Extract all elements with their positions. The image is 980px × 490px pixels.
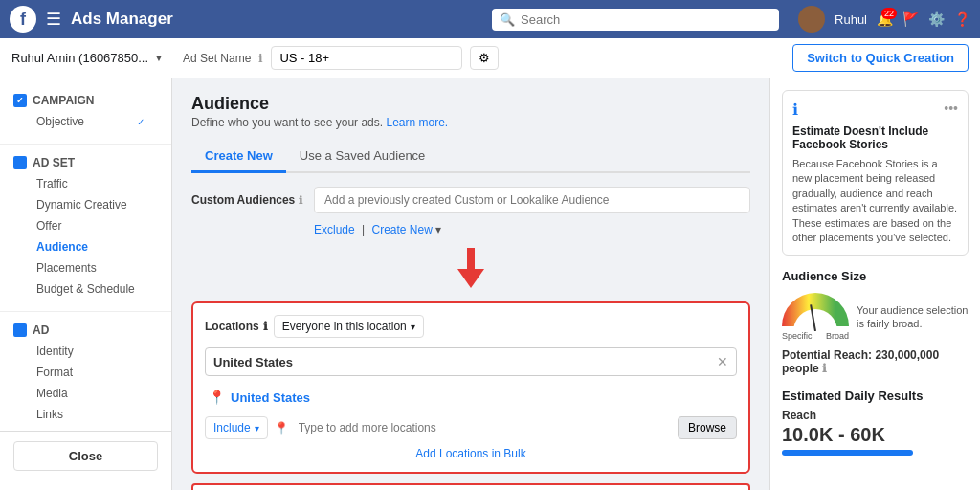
settings-icon[interactable]: ⚙️ xyxy=(928,11,945,27)
sidebar-item-links[interactable]: Links xyxy=(13,404,158,425)
separator: | xyxy=(362,223,365,236)
locations-label: Locations ℹ xyxy=(205,320,268,333)
arrow-shaft xyxy=(467,248,475,269)
gauge xyxy=(782,293,849,331)
tabs: Create New Use a Saved Audience xyxy=(191,141,750,173)
location-name: United States xyxy=(231,390,310,405)
sidebar-item-offer[interactable]: Offer xyxy=(13,215,158,236)
custom-audiences-info-icon: ℹ xyxy=(299,194,302,207)
gauge-broad-label: Broad xyxy=(826,331,849,341)
ad-header: Ad xyxy=(13,323,158,337)
adset-label: Ad Set Name xyxy=(183,52,251,65)
custom-audiences-row: Custom Audiences ℹ xyxy=(191,187,750,213)
potential-reach-info-icon: ℹ xyxy=(822,362,827,375)
search-box: United States ✕ xyxy=(205,347,737,376)
adset-info-icon: ℹ xyxy=(258,52,263,65)
close-search-icon[interactable]: ✕ xyxy=(717,354,728,369)
account-caret: ▼ xyxy=(154,53,164,63)
main-layout: ✓ Campaign Objective ✓ Ad Set Traffic Dy… xyxy=(0,78,980,490)
facebook-logo: f xyxy=(10,6,36,33)
help-icon[interactable]: ❓ xyxy=(954,11,970,27)
account-selector[interactable]: Ruhul Amin (16067850... ▼ xyxy=(11,51,164,65)
audience-header: Audience Define who you want to see your… xyxy=(191,94,750,129)
notifications-icon[interactable]: 🔔 22 xyxy=(877,11,893,27)
avatar xyxy=(798,6,825,33)
gauge-description: Your audience selection is fairly broad. xyxy=(857,303,969,331)
objective-check: ✓ xyxy=(137,117,145,127)
potential-reach: Potential Reach: 230,000,000 people ℹ xyxy=(782,348,969,375)
tab-create-new[interactable]: Create New xyxy=(191,141,286,173)
include-caret: ▾ xyxy=(255,423,259,434)
flag-icon[interactable]: 🚩 xyxy=(902,11,919,27)
gauge-specific-label: Specific xyxy=(782,331,813,341)
audience-title: Audience xyxy=(191,94,750,114)
campaign-section: ✓ Campaign Objective ✓ xyxy=(0,88,171,138)
gauge-container: Specific Broad Your audience selection i… xyxy=(782,293,969,341)
sidebar-item-dynamic[interactable]: Dynamic Creative xyxy=(13,194,158,215)
gauge-labels: Specific Broad xyxy=(782,331,849,341)
learn-more-link[interactable]: Learn more. xyxy=(386,116,448,129)
adset-settings-button[interactable]: ⚙ xyxy=(470,46,499,70)
top-nav: f ☰ Ads Manager 🔍 Ruhul 🔔 22 🚩 ⚙️ ❓ xyxy=(0,0,980,38)
sidebar-item-identity[interactable]: Identity xyxy=(13,341,158,362)
browse-button[interactable]: Browse xyxy=(678,416,737,439)
estimated-section: Estimated Daily Results Reach 10.0K - 60… xyxy=(782,389,969,456)
adset-name-area: Ad Set Name ℹ ⚙ xyxy=(183,46,773,70)
exclude-links: Exclude | Create New ▾ xyxy=(314,223,750,236)
reach-bar xyxy=(782,450,913,456)
info-card-title: Estimate Doesn't Include Facebook Storie… xyxy=(792,124,958,151)
sidebar-footer: Close xyxy=(0,431,171,480)
sidebar: ✓ Campaign Objective ✓ Ad Set Traffic Dy… xyxy=(0,78,172,490)
audience-size-section: Audience Size Specific Broad Your audien… xyxy=(782,269,969,375)
info-card-dots[interactable]: ••• xyxy=(944,100,958,116)
adset-section: Ad Set Traffic Dynamic Creative Offer Au… xyxy=(0,150,171,305)
locations-box: Locations ℹ Everyone in this location ▾ … xyxy=(191,301,750,474)
adset-checkbox xyxy=(13,156,27,169)
audience-size-title: Audience Size xyxy=(782,269,969,283)
account-bar: Ruhul Amin (16067850... ▼ Ad Set Name ℹ … xyxy=(0,38,980,78)
arrow-head xyxy=(457,269,484,288)
sidebar-item-media[interactable]: Media xyxy=(13,383,158,404)
objective-label: Objective xyxy=(36,115,84,128)
user-name[interactable]: Ruhul xyxy=(835,12,867,27)
sidebar-item-budget[interactable]: Budget & Schedule xyxy=(13,278,158,300)
ad-section: Ad Identity Format Media Links xyxy=(0,318,171,431)
main-content: Audience Define who you want to see your… xyxy=(172,78,769,490)
sidebar-item-format[interactable]: Format xyxy=(13,362,158,383)
hamburger-icon[interactable]: ☰ xyxy=(46,9,61,30)
sidebar-item-objective[interactable]: Objective ✓ xyxy=(13,111,158,132)
locations-header: Locations ℹ Everyone in this location ▾ xyxy=(205,315,737,338)
locations-dropdown[interactable]: Everyone in this location ▾ xyxy=(274,315,424,338)
tab-saved-audience[interactable]: Use a Saved Audience xyxy=(286,141,439,173)
custom-audiences-input[interactable] xyxy=(314,187,750,213)
sidebar-item-audience[interactable]: Audience xyxy=(13,236,158,257)
location-pin-icon-2: 📍 xyxy=(274,421,289,435)
search-input[interactable] xyxy=(521,12,771,27)
exclude-link[interactable]: Exclude xyxy=(314,223,355,236)
adset-input[interactable] xyxy=(271,46,462,70)
include-row: Include ▾ 📍 Browse xyxy=(205,416,737,439)
potential-reach-label: Potential Reach: xyxy=(782,348,872,362)
campaign-checkbox: ✓ xyxy=(13,94,27,107)
estimated-title: Estimated Daily Results xyxy=(782,389,969,403)
add-bulk-link[interactable]: Add Locations in Bulk xyxy=(205,447,737,460)
close-button[interactable]: Close xyxy=(13,441,158,471)
include-dropdown[interactable]: Include ▾ xyxy=(205,416,268,439)
campaign-header: ✓ Campaign xyxy=(13,94,158,107)
info-card-text: Because Facebook Stories is a new placem… xyxy=(792,157,958,245)
search-box-text: United States xyxy=(213,355,293,369)
sidebar-item-traffic[interactable]: Traffic xyxy=(13,173,158,194)
create-new-link[interactable]: Create New xyxy=(372,223,433,236)
notification-badge: 22 xyxy=(881,8,897,19)
add-location-input[interactable] xyxy=(295,417,672,438)
sidebar-item-placements[interactable]: Placements xyxy=(13,257,158,278)
quick-creation-button[interactable]: Switch to Quick Creation xyxy=(792,44,969,72)
locations-info-icon: ℹ xyxy=(263,320,268,333)
ad-checkbox xyxy=(13,323,27,337)
app-title: Ads Manager xyxy=(71,10,173,29)
include-label: Include xyxy=(213,421,251,434)
location-pin-icon: 📍 xyxy=(209,390,225,405)
search-bar[interactable]: 🔍 xyxy=(492,9,779,31)
info-card: ℹ ••• Estimate Doesn't Include Facebook … xyxy=(782,90,969,256)
audience-subtitle: Define who you want to see your ads. Lea… xyxy=(191,116,750,129)
